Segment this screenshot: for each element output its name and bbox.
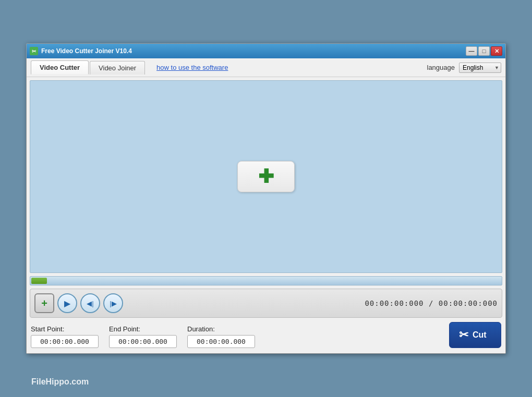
watermark: FileHippo.com	[31, 377, 89, 387]
start-point-label: Start Point:	[31, 325, 99, 333]
app-icon-label: ✂	[32, 48, 36, 54]
tab-video-cutter[interactable]: Video Cutter	[31, 60, 89, 75]
end-point-input[interactable]	[109, 335, 177, 348]
toolbar: Video Cutter Video Joiner how to use the…	[27, 58, 505, 77]
forward-icon: |▶	[110, 300, 116, 307]
title-bar-left: ✂ Free Video Cutter Joiner V10.4	[30, 47, 132, 55]
controls-bar: + ▶ ◀| |▶ 00:00:00:000 / 00:00:00:000	[30, 289, 502, 318]
minimize-button[interactable]: —	[466, 46, 477, 56]
total-time: 00:00:00:000	[439, 299, 498, 307]
close-button[interactable]: ✕	[491, 46, 502, 56]
add-video-button[interactable]: ✚	[237, 161, 295, 192]
add-plus-icon: ✚	[258, 167, 274, 186]
forward-button[interactable]: |▶	[103, 293, 123, 313]
start-point-input[interactable]	[31, 335, 99, 348]
current-time: 00:00:00:000	[365, 299, 424, 307]
bottom-section: Start Point: End Point: Duration: ✂ Cut	[30, 322, 502, 350]
video-preview-area[interactable]: ✚	[30, 80, 502, 273]
duration-field: Duration:	[187, 325, 255, 348]
language-select[interactable]: English Chinese Spanish French German Ja…	[459, 63, 501, 73]
duration-input[interactable]	[187, 335, 255, 348]
main-content: ✚ + ▶ ◀| |▶ 00:00:00:000 / 00:00:00	[27, 77, 505, 353]
title-bar: ✂ Free Video Cutter Joiner V10.4 — □ ✕	[27, 44, 505, 58]
rewind-icon: ◀|	[87, 300, 93, 307]
end-point-field: End Point:	[109, 325, 177, 348]
rewind-button[interactable]: ◀|	[80, 293, 100, 313]
window-title: Free Video Cutter Joiner V10.4	[41, 47, 132, 55]
play-button[interactable]: ▶	[57, 293, 77, 313]
title-controls: — □ ✕	[466, 46, 502, 56]
duration-label: Duration:	[187, 325, 255, 333]
cut-label: Cut	[473, 330, 487, 340]
maximize-button[interactable]: □	[478, 46, 490, 56]
app-icon: ✂	[30, 47, 38, 55]
language-label: language	[427, 64, 455, 71]
language-select-wrapper: English Chinese Spanish French German Ja…	[459, 63, 501, 73]
progress-fill	[31, 278, 47, 284]
time-separator: /	[429, 299, 433, 307]
progress-bar-container[interactable]	[30, 276, 502, 286]
end-point-label: End Point:	[109, 325, 177, 333]
start-point-field: Start Point:	[31, 325, 99, 348]
tab-video-joiner[interactable]: Video Joiner	[90, 61, 145, 75]
main-window: ✂ Free Video Cutter Joiner V10.4 — □ ✕ V…	[26, 43, 506, 354]
add-file-button[interactable]: +	[34, 293, 54, 313]
language-section: language English Chinese Spanish French …	[427, 63, 502, 73]
play-icon: ▶	[64, 299, 70, 308]
howto-link[interactable]: how to use the software	[156, 64, 228, 71]
cut-button[interactable]: ✂ Cut	[449, 322, 501, 348]
add-file-icon: +	[41, 297, 47, 309]
scissors-icon: ✂	[459, 328, 468, 342]
time-display: 00:00:00:000 / 00:00:00:000	[365, 299, 498, 307]
